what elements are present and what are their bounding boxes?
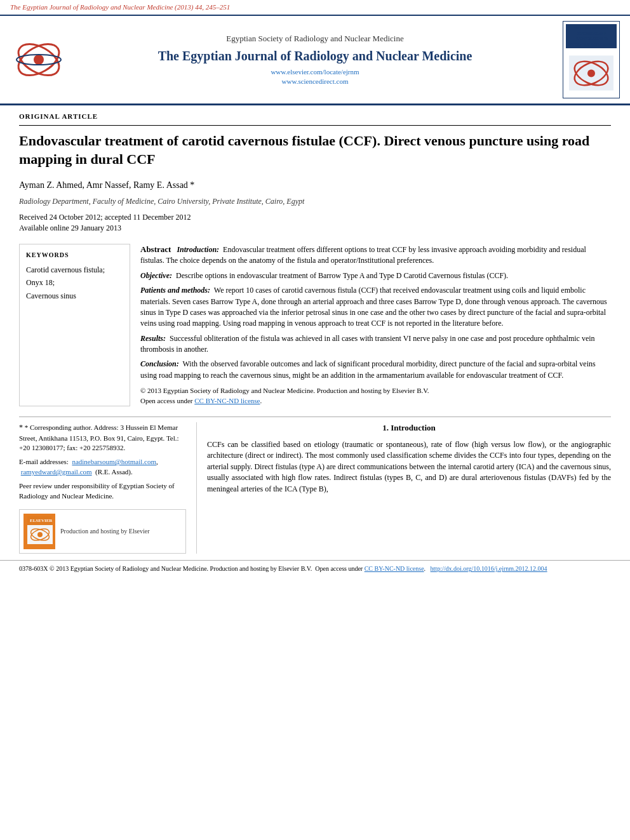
mini-journal-title: THE EGYPTIAN JOURNAL OF RADIOLOGY & NUCL…	[566, 24, 617, 48]
journal-ref-text: The Egyptian Journal of Radiology and Nu…	[10, 3, 230, 11]
email-label: E-mail addresses:	[19, 458, 69, 465]
abstract-results: Results: Successful obliteration of the …	[140, 333, 611, 356]
footnote-email: E-mail addresses: nadinebarsoum@hotmail.…	[19, 457, 186, 477]
obj-label: Objective:	[140, 271, 172, 280]
intro-section-title: 1. Introduction	[207, 422, 611, 434]
abstract-label: Abstract	[140, 244, 171, 254]
authors: Ayman Z. Ahmed, Amr Nassef, Ramy E. Assa…	[19, 179, 611, 192]
url1[interactable]: www.elsevier.com/locate/ejrnm	[271, 67, 359, 77]
keywords-box: KEYWORDS Carotid cavernous fistula; Onyx…	[19, 244, 130, 407]
email-2[interactable]: ramyedward@gmail.com	[21, 468, 92, 476]
dates: Received 24 October 2012; accepted 11 De…	[19, 212, 611, 234]
abstract-pm: Patients and methods: We report 10 cases…	[140, 285, 611, 330]
footer-open-access: Open access under CC BY-NC-ND license.	[315, 565, 426, 572]
society-name: Egyptian Society of Radiology and Nuclea…	[226, 33, 403, 44]
keywords-abstract-section: KEYWORDS Carotid cavernous fistula; Onyx…	[19, 244, 611, 407]
obj-text: Describe options in endovascular treatme…	[176, 271, 508, 280]
elsevier-logo-text: ELSEVIER	[27, 516, 51, 525]
conc-text: With the observed favorable outcomes and…	[140, 359, 596, 379]
elsevier-icon	[27, 525, 53, 544]
received-date: Received 24 October 2012; accepted 11 De…	[19, 212, 611, 223]
introduction-column: 1. Introduction CCFs can be classified b…	[197, 422, 611, 554]
intro-paragraph-1: CCFs can be classified based on etiology…	[207, 439, 611, 495]
right-logo-icon	[569, 51, 613, 95]
keyword-2: Onyx 18;	[26, 277, 123, 288]
journal-header: Egyptian Society of Radiology and Nuclea…	[0, 15, 630, 105]
abstract-intro: Abstract Introduction: Endovascular trea…	[140, 244, 611, 267]
footnote-star: * * Corresponding author. Address: 3 Hus…	[19, 422, 186, 453]
cc-license-link[interactable]: CC BY-NC-ND license	[194, 397, 260, 404]
svg-point-2	[34, 55, 44, 65]
url2[interactable]: www.sciencedirect.com	[271, 77, 359, 86]
header-center: Egyptian Society of Radiology and Nuclea…	[74, 21, 556, 98]
abstract-conclusion: Conclusion: With the observed favorable …	[140, 359, 611, 381]
elsevier-production-text: Production and hosting by Elsevier	[60, 527, 150, 537]
intro-label: Introduction:	[177, 245, 219, 254]
article-type: ORIGINAL ARTICLE	[19, 105, 611, 126]
keyword-1: Carotid cavernous fistula;	[26, 265, 123, 276]
journal-urls: www.elsevier.com/locate/ejrnm www.scienc…	[271, 67, 359, 87]
peer-review: Peer review under responsibility of Egyp…	[19, 481, 186, 502]
abstract-objective: Objective: Describe options in endovascu…	[140, 270, 611, 281]
logo-right: THE EGYPTIAN JOURNAL OF RADIOLOGY & NUCL…	[563, 21, 620, 98]
svg-point-11	[37, 532, 43, 537]
affiliation: Radiology Department, Faculty of Medicin…	[19, 196, 611, 207]
page-footer: 0378-603X © 2013 Egyptian Society of Rad…	[0, 560, 630, 577]
footer-doi-link[interactable]: http://dx.doi.org/10.1016/j.ejrnm.2012.1…	[431, 565, 547, 572]
left-logo-icon	[13, 34, 64, 85]
keywords-title: KEYWORDS	[26, 251, 123, 260]
email-1[interactable]: nadinebarsoum@hotmail.com	[72, 458, 156, 465]
elsevier-box: ELSEVIER Production and hosting by Elsev…	[19, 509, 186, 554]
email-suffix: (R.E. Assad).	[95, 468, 133, 476]
content-area: ORIGINAL ARTICLE Endovascular treatment …	[0, 105, 630, 554]
keyword-3: Cavernous sinus	[26, 291, 123, 302]
journal-title: The Egyptian Journal of Radiology and Nu…	[158, 47, 473, 65]
pm-text: We report 10 cases of carotid cavernous …	[140, 286, 607, 328]
logo-left	[10, 21, 67, 98]
copyright-text: © 2013 Egyptian Society of Radiology and…	[140, 387, 429, 394]
available-date: Available online 29 January 2013	[19, 223, 611, 234]
footnote-column: * * Corresponding author. Address: 3 Hus…	[19, 422, 197, 554]
svg-point-7	[587, 69, 595, 77]
footnote-address: * Corresponding author. Address: 3 Husse…	[19, 423, 179, 451]
footer-cc-link[interactable]: CC BY-NC-ND license	[365, 565, 424, 572]
abstract-section: Abstract Introduction: Endovascular trea…	[140, 244, 611, 407]
res-label: Results:	[140, 334, 166, 343]
journal-reference: The Egyptian Journal of Radiology and Nu…	[0, 0, 630, 15]
footer-issn: 0378-603X © 2013 Egyptian Society of Rad…	[19, 565, 312, 572]
conc-label: Conclusion:	[140, 359, 179, 368]
open-access-text: Open access under CC BY-NC-ND license.	[140, 397, 262, 404]
section-divider	[19, 417, 611, 417]
copyright: © 2013 Egyptian Society of Radiology and…	[140, 386, 611, 406]
pm-label: Patients and methods:	[140, 286, 210, 295]
res-text: Successful obliteration of the fistula w…	[140, 334, 595, 354]
star-symbol: *	[19, 423, 23, 432]
article-title: Endovascular treatment of carotid cavern…	[19, 132, 611, 168]
bottom-section: * * Corresponding author. Address: 3 Hus…	[19, 422, 611, 554]
elsevier-logo: ELSEVIER	[23, 514, 55, 549]
